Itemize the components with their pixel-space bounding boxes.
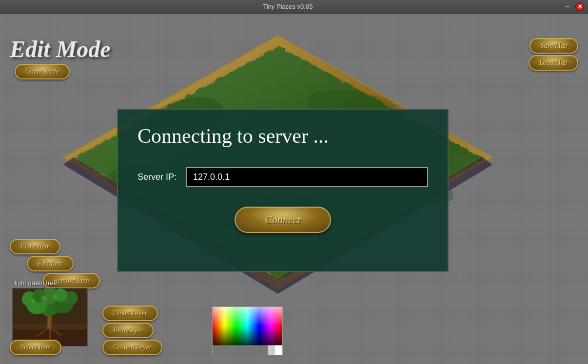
load-map-button[interactable]: Load Map [529,55,578,71]
dialog-title: Connecting to server ... [137,124,329,148]
item-layer-button[interactable]: Item Layer [102,323,154,338]
titlebar: Tiny Places v0.05 − ✕ [0,0,588,14]
tree-thumbnail [12,288,88,346]
edit-item-button[interactable]: Edit Item [27,256,74,271]
titlebar-title: Tiny Places v0.05 [14,3,562,10]
color-palette[interactable] [212,307,283,355]
svg-point-29 [41,295,47,301]
game-mode-button[interactable]: Game Mode [15,64,70,79]
connect-button-container: Connect [137,207,428,233]
minimize-button[interactable]: − [562,2,572,11]
main-area: Edit Mode Game Mode Save Map Load Map Pl… [0,14,588,364]
select-item-button[interactable]: Select Item [10,340,61,355]
connect-dialog: Connecting to server ... Server IP: Conn… [117,109,449,272]
svg-point-30 [53,295,58,300]
svg-point-31 [31,299,35,303]
server-ip-row: Server IP: [137,167,428,187]
tree-label: light green tree [15,279,57,287]
page-title: Edit Mode [10,36,111,62]
place-item-button[interactable]: Place Item [10,239,60,254]
save-map-button[interactable]: Save Map [529,38,578,54]
server-ip-label: Server IP: [137,172,176,182]
connect-button[interactable]: Connect [235,207,331,233]
close-button[interactable]: ✕ [575,2,584,11]
ground-layer-button[interactable]: Ground Layer [102,340,162,355]
cloud-layer-button[interactable]: Cloud Layer [102,306,158,321]
server-ip-input[interactable] [186,167,428,187]
